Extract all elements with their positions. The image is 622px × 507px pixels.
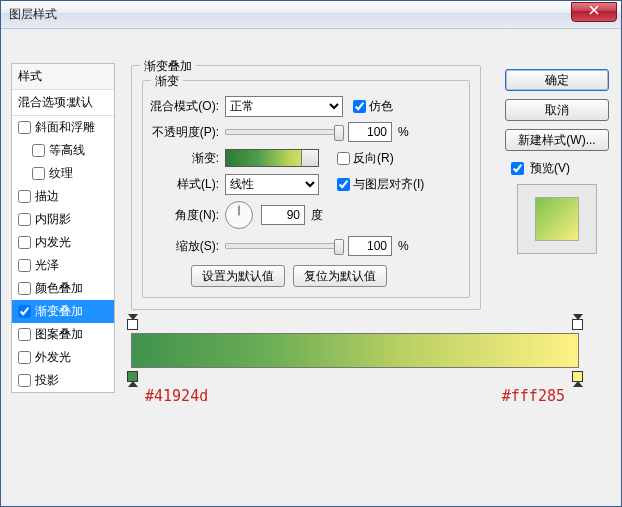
gradient-editor: #41924d #fff285 bbox=[131, 333, 579, 368]
preview-input[interactable] bbox=[511, 162, 524, 175]
color-stop-right[interactable] bbox=[572, 371, 583, 382]
style-item-label: 图案叠加 bbox=[35, 326, 83, 343]
close-button[interactable] bbox=[571, 2, 617, 22]
style-item[interactable]: 内发光 bbox=[12, 231, 114, 254]
style-item[interactable]: 光泽 bbox=[12, 254, 114, 277]
preview-box bbox=[517, 184, 597, 254]
scale-unit: % bbox=[398, 239, 409, 253]
style-item[interactable]: 外发光 bbox=[12, 346, 114, 369]
cancel-button[interactable]: 取消 bbox=[505, 99, 609, 121]
opacity-label: 不透明度(P): bbox=[145, 124, 225, 141]
style-item[interactable]: 斜面和浮雕 bbox=[12, 116, 114, 139]
style-item[interactable]: 等高线 bbox=[12, 139, 114, 162]
style-item[interactable]: 颜色叠加 bbox=[12, 277, 114, 300]
style-item-label: 光泽 bbox=[35, 257, 59, 274]
right-hex-label: #fff285 bbox=[502, 387, 565, 405]
new-style-button[interactable]: 新建样式(W)... bbox=[505, 129, 609, 151]
gradient-overlay-group: 渐变叠加 渐变 混合模式(O): 正常 仿色 不透明度(P): % bbox=[131, 65, 481, 310]
opacity-unit: % bbox=[398, 125, 409, 139]
right-button-column: 确定 取消 新建样式(W)... 预览(V) bbox=[505, 69, 609, 254]
style-item[interactable]: 纹理 bbox=[12, 162, 114, 185]
style-checkbox[interactable] bbox=[32, 144, 45, 157]
blend-options-row[interactable]: 混合选项:默认 bbox=[12, 90, 114, 116]
titlebar[interactable]: 图层样式 bbox=[1, 1, 621, 29]
style-item[interactable]: 渐变叠加 bbox=[12, 300, 114, 323]
style-checkbox[interactable] bbox=[18, 190, 31, 203]
style-checkbox[interactable] bbox=[18, 328, 31, 341]
style-checkbox[interactable] bbox=[18, 351, 31, 364]
scale-input[interactable] bbox=[348, 236, 392, 256]
preview-swatch bbox=[535, 197, 579, 241]
style-checkbox[interactable] bbox=[18, 305, 31, 318]
style-checkbox[interactable] bbox=[18, 282, 31, 295]
left-hex-label: #41924d bbox=[145, 387, 208, 405]
layer-style-dialog: 图层样式 样式 混合选项:默认 斜面和浮雕等高线纹理描边内阴影内发光光泽颜色叠加… bbox=[0, 0, 622, 507]
color-stop-left[interactable] bbox=[127, 371, 138, 382]
style-label: 样式(L): bbox=[145, 176, 225, 193]
reverse-checkbox[interactable]: 反向(R) bbox=[337, 150, 394, 167]
style-item[interactable]: 投影 bbox=[12, 369, 114, 392]
style-item[interactable]: 图案叠加 bbox=[12, 323, 114, 346]
reset-default-button[interactable]: 复位为默认值 bbox=[293, 265, 387, 287]
style-select[interactable]: 线性 bbox=[225, 174, 319, 195]
blend-mode-label: 混合模式(O): bbox=[145, 98, 225, 115]
chevron-down-icon bbox=[306, 155, 314, 160]
make-default-button[interactable]: 设置为默认值 bbox=[191, 265, 285, 287]
align-checkbox[interactable]: 与图层对齐(I) bbox=[337, 176, 424, 193]
style-checkbox[interactable] bbox=[18, 121, 31, 134]
gradient-label: 渐变: bbox=[145, 150, 225, 167]
styles-header: 样式 bbox=[12, 64, 114, 90]
style-item-label: 纹理 bbox=[49, 165, 73, 182]
opacity-slider[interactable] bbox=[225, 129, 340, 135]
style-item-label: 渐变叠加 bbox=[35, 303, 83, 320]
style-item-label: 内阴影 bbox=[35, 211, 71, 228]
dither-input[interactable] bbox=[353, 100, 366, 113]
scale-slider[interactable] bbox=[225, 243, 340, 249]
dither-checkbox[interactable]: 仿色 bbox=[353, 98, 393, 115]
style-checkbox[interactable] bbox=[18, 374, 31, 387]
gradient-picker[interactable] bbox=[225, 149, 319, 167]
window-title: 图层样式 bbox=[9, 6, 57, 23]
preview-checkbox[interactable]: 预览(V) bbox=[507, 159, 609, 178]
reverse-input[interactable] bbox=[337, 152, 350, 165]
align-input[interactable] bbox=[337, 178, 350, 191]
style-item[interactable]: 描边 bbox=[12, 185, 114, 208]
scale-label: 缩放(S): bbox=[145, 238, 225, 255]
style-checkbox[interactable] bbox=[18, 213, 31, 226]
opacity-stop-left[interactable] bbox=[127, 319, 138, 330]
style-item-label: 等高线 bbox=[49, 142, 85, 159]
style-item-label: 颜色叠加 bbox=[35, 280, 83, 297]
style-checkbox[interactable] bbox=[18, 259, 31, 272]
style-item-label: 内发光 bbox=[35, 234, 71, 251]
angle-input[interactable] bbox=[261, 205, 305, 225]
style-checkbox[interactable] bbox=[18, 236, 31, 249]
opacity-stop-right[interactable] bbox=[572, 319, 583, 330]
dialog-body: 样式 混合选项:默认 斜面和浮雕等高线纹理描边内阴影内发光光泽颜色叠加渐变叠加图… bbox=[1, 29, 621, 506]
style-checkbox[interactable] bbox=[32, 167, 45, 180]
gradient-bar[interactable] bbox=[131, 333, 579, 368]
ok-button[interactable]: 确定 bbox=[505, 69, 609, 91]
style-item-label: 斜面和浮雕 bbox=[35, 119, 95, 136]
angle-label: 角度(N): bbox=[145, 207, 225, 224]
blend-mode-select[interactable]: 正常 bbox=[225, 96, 343, 117]
styles-list-panel: 样式 混合选项:默认 斜面和浮雕等高线纹理描边内阴影内发光光泽颜色叠加渐变叠加图… bbox=[11, 63, 115, 393]
gradient-sub-group: 渐变 混合模式(O): 正常 仿色 不透明度(P): % 渐变: bbox=[142, 80, 470, 298]
style-item-label: 描边 bbox=[35, 188, 59, 205]
close-icon bbox=[589, 5, 599, 15]
style-item[interactable]: 内阴影 bbox=[12, 208, 114, 231]
opacity-input[interactable] bbox=[348, 122, 392, 142]
subgroup-legend: 渐变 bbox=[151, 73, 183, 90]
style-item-label: 投影 bbox=[35, 372, 59, 389]
angle-unit: 度 bbox=[311, 207, 323, 224]
style-item-label: 外发光 bbox=[35, 349, 71, 366]
angle-dial[interactable] bbox=[225, 201, 253, 229]
